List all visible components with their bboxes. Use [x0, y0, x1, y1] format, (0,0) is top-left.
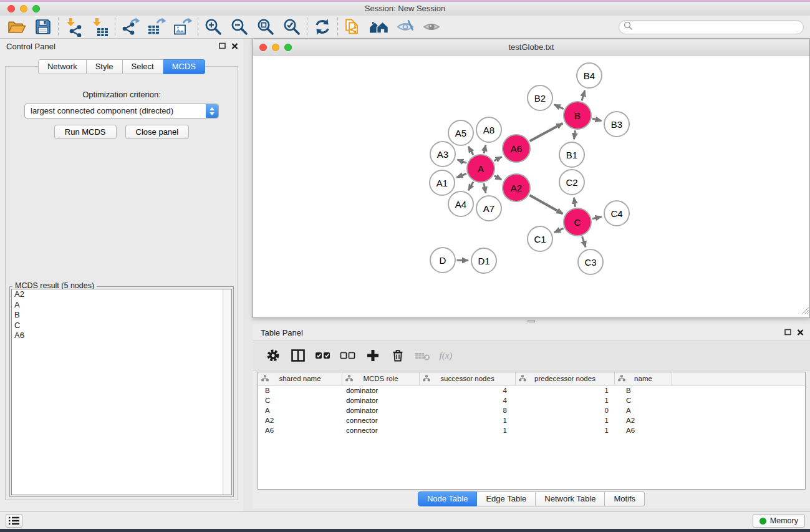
tab-network-table[interactable]: Network Table — [536, 491, 605, 506]
export-network-icon[interactable] — [117, 16, 143, 37]
close-panel-button[interactable]: Close panel — [125, 125, 190, 139]
edge-A-A1[interactable] — [456, 174, 466, 178]
table-cell[interactable]: 1 — [420, 417, 516, 424]
edge-C-C1[interactable] — [554, 228, 564, 233]
tab-motifs[interactable]: Motifs — [605, 491, 645, 506]
table-cell[interactable]: 4 — [420, 397, 516, 404]
tab-style[interactable]: Style — [87, 59, 123, 74]
column-view-icon[interactable] — [289, 346, 307, 365]
edge-B-B3[interactable] — [592, 118, 602, 120]
zoom-selected-icon[interactable] — [279, 16, 305, 37]
delete-column-icon[interactable] — [388, 346, 407, 365]
table-cell[interactable]: dominator — [342, 407, 420, 414]
table-cell[interactable]: A2 — [258, 417, 342, 424]
table-cell[interactable]: connector — [342, 417, 420, 424]
table-cell[interactable]: A6 — [258, 427, 342, 434]
edge-A-A2[interactable] — [494, 176, 502, 180]
table-cell[interactable]: 1 — [516, 417, 615, 424]
edge-A-A4[interactable] — [468, 181, 473, 190]
tab-node-table[interactable]: Node Table — [418, 491, 478, 506]
table-cell[interactable]: A — [258, 407, 342, 414]
table-row[interactable]: Adominator80A — [258, 405, 805, 415]
table-cell[interactable]: A — [615, 407, 672, 414]
run-mcds-button[interactable]: Run MCDS — [54, 125, 117, 139]
node-D1[interactable]: D1 — [471, 248, 497, 274]
node-C3[interactable]: C3 — [577, 249, 604, 275]
node-B[interactable]: B — [563, 101, 592, 130]
edge-A-A5[interactable] — [468, 147, 473, 155]
table-cell[interactable]: dominator — [342, 397, 420, 404]
table-cell[interactable]: 4 — [420, 387, 516, 394]
table-row[interactable]: Bdominator41B — [258, 385, 805, 395]
node-C1[interactable]: C1 — [527, 226, 553, 252]
float-table-panel-icon[interactable] — [784, 329, 791, 336]
table-cell[interactable]: 1 — [420, 427, 516, 434]
open-file-icon[interactable] — [4, 16, 30, 37]
network-file-icon[interactable] — [340, 16, 366, 37]
memory-button[interactable]: Memory — [753, 514, 805, 528]
result-list-item[interactable]: A6 — [12, 331, 231, 341]
edge-C-C4[interactable] — [592, 216, 602, 218]
edge-A2-C[interactable] — [529, 195, 562, 214]
edge-B-B1[interactable] — [574, 130, 576, 139]
result-list-item[interactable]: C — [12, 321, 231, 331]
result-list-item[interactable]: B — [12, 310, 231, 321]
node-A5[interactable]: A5 — [448, 120, 474, 146]
export-table-icon[interactable] — [143, 16, 170, 37]
column-header-shared-name[interactable]: shared name — [258, 372, 342, 385]
import-table-icon[interactable] — [87, 16, 113, 37]
zoom-out-icon[interactable] — [226, 16, 253, 37]
edge-C-C2[interactable] — [574, 198, 576, 207]
table-cell[interactable]: C — [258, 397, 342, 404]
deselect-all-icon[interactable] — [339, 346, 357, 365]
search-input[interactable] — [633, 22, 803, 32]
close-table-panel-icon[interactable] — [797, 329, 804, 336]
tab-select[interactable]: Select — [123, 59, 163, 74]
edge-A-A3[interactable] — [457, 160, 466, 163]
table-cell[interactable]: C — [615, 397, 672, 404]
import-network-icon[interactable] — [60, 16, 87, 37]
table-cell[interactable]: connector — [342, 427, 420, 434]
list-scrollbar[interactable] — [223, 289, 231, 495]
search-field[interactable] — [619, 20, 804, 34]
table-cell[interactable]: A6 — [615, 427, 672, 434]
table-cell[interactable]: 1 — [516, 427, 615, 434]
result-list-item[interactable]: A2 — [12, 289, 231, 300]
tab-network[interactable]: Network — [38, 59, 87, 74]
show-all-icon[interactable] — [418, 16, 445, 37]
edge-A-A8[interactable] — [484, 145, 486, 154]
network-canvas[interactable]: B4B2BB3A8A5A6A3B1AA1C2A2A4A7C4CC1C3DD1 — [253, 56, 809, 317]
table-cell[interactable]: B — [615, 387, 672, 394]
column-header-predecessor-nodes[interactable]: predecessor nodes — [516, 372, 615, 385]
refresh-icon[interactable] — [309, 16, 335, 37]
task-history-button[interactable] — [6, 514, 22, 528]
node-A[interactable]: A — [466, 154, 495, 183]
node-C2[interactable]: C2 — [559, 169, 585, 195]
split-pane-handle[interactable] — [528, 320, 535, 322]
edge-A-A6[interactable] — [494, 157, 501, 161]
table-cell[interactable]: A2 — [615, 417, 672, 424]
edge-B-B2[interactable] — [554, 105, 564, 109]
edge-A-A7[interactable] — [484, 183, 486, 193]
table-cell[interactable]: 1 — [516, 397, 615, 404]
result-list-item[interactable]: A — [12, 300, 231, 311]
table-cell[interactable]: 8 — [420, 407, 516, 414]
edge-A6-B[interactable] — [530, 123, 563, 142]
close-panel-icon[interactable] — [231, 42, 238, 49]
column-header-successor-nodes[interactable]: successor nodes — [420, 372, 516, 385]
node-A6[interactable]: A6 — [502, 134, 531, 163]
node-C4[interactable]: C4 — [604, 200, 630, 226]
table-cell[interactable]: dominator — [342, 387, 420, 394]
node-C[interactable]: C — [563, 208, 592, 236]
table-row[interactable]: A2connector11A2 — [258, 415, 805, 425]
node-A4[interactable]: A4 — [448, 191, 474, 217]
node-A8[interactable]: A8 — [476, 117, 502, 143]
resize-grip-icon[interactable] — [800, 306, 809, 317]
tab-mcds[interactable]: MCDS — [163, 59, 205, 74]
edge-B-B4[interactable] — [582, 90, 585, 101]
criterion-select[interactable]: largest connected component (directed) — [24, 104, 219, 118]
gear-icon[interactable] — [264, 346, 282, 365]
node-B4[interactable]: B4 — [576, 62, 602, 89]
node-A2[interactable]: A2 — [502, 173, 531, 202]
zoom-in-icon[interactable] — [200, 16, 226, 37]
